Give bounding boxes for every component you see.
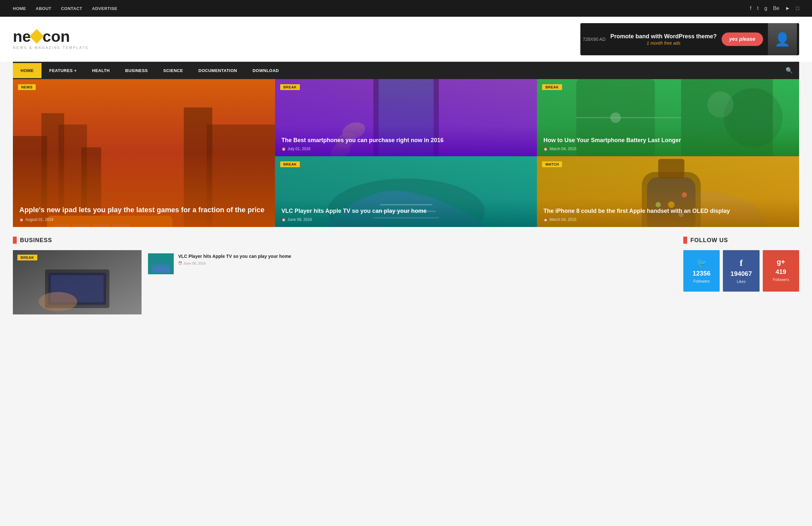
card-1-content: Apple's new ipad lets you play the lates… [13,199,275,227]
main-navigation: HOME FEATURES + HEALTH BUSINESS SCIENCE … [13,62,799,79]
social-icons: f t g Be ► □ [750,5,799,11]
banner-cta-button[interactable]: yes please [722,32,763,46]
nav-advertise[interactable]: ADVERTISE [92,6,117,11]
card-3-title: How to Use Your Smartphone Battery Last … [543,137,793,144]
card-2-content: The Best smartphones you can purchase ri… [275,130,537,156]
business-section: BUSINESS [13,237,674,314]
twitter-label: Followers [693,279,710,284]
hero-grid: NEWS Apple's new ipad lets you play the … [13,79,799,227]
hero-card-5[interactable]: WATCH The iPhone 8 could be the first Ap… [537,156,799,227]
card-4-title: VLC Player hits Apple TV so you can play… [281,207,531,215]
logo-tagline: NEWS & MAGAZINE TEMPLATE [13,46,89,49]
youtube-icon[interactable]: ► [785,5,790,11]
business-main-card-badge: BREAK [17,255,37,260]
nav-item-features[interactable]: FEATURES + [42,63,84,78]
follow-us-section: FOLLOW US 🐦 12356 Followers f 194067 Lik… [683,237,799,314]
follow-section-title: FOLLOW US [691,237,728,244]
business-article-1[interactable]: VLC Player hits Apple TV so you can play… [148,250,674,277]
card-5-date: March 04, 2015 [543,217,793,222]
googleplus-icon: g+ [777,258,785,266]
follow-section-header: FOLLOW US [683,237,799,244]
logo-text: necon [13,29,89,44]
twitter-icon[interactable]: t [757,5,758,11]
card-2-date: July 01, 2016 [281,147,531,151]
site-header: necon NEWS & MAGAZINE TEMPLATE 728X90 AD… [0,17,812,62]
behance-icon[interactable]: Be [773,5,780,11]
card-1-badge: NEWS [18,84,36,90]
nav-item-documentation[interactable]: DOCUMENTATION [191,63,245,78]
facebook-label: Likes [737,280,746,284]
business-section-header: BUSINESS [13,237,674,244]
card-2-title: The Best smartphones you can purchase ri… [281,137,531,144]
card-3-badge: BREAK [542,84,562,90]
banner-person-image: 👤 [768,23,797,55]
card-1-date: August 01, 2016 [19,217,269,222]
card-5-title: The iPhone 8 could be the first Apple ha… [543,207,793,215]
facebook-icon: f [740,258,742,268]
search-icon[interactable]: 🔍 [779,62,799,79]
nav-item-health[interactable]: HEALTH [84,63,117,78]
googleplus-follow-card[interactable]: g+ 419 Followers [763,250,799,291]
follow-grid: 🐦 12356 Followers f 194067 Likes g+ 419 … [683,250,799,291]
nav-item-business[interactable]: BUSINESS [117,63,155,78]
twitter-count: 12356 [693,270,711,277]
twitter-icon: 🐦 [696,258,707,268]
card-4-badge: BREAK [280,161,300,167]
nav-item-download[interactable]: DOWNLOAD [245,63,287,78]
business-section-title: BUSINESS [20,237,52,244]
nav-item-science[interactable]: SCIENCE [156,63,191,78]
banner-advertisement[interactable]: 728X90 AD Promote band with WordPress th… [580,23,799,55]
nav-home[interactable]: HOME [13,6,26,11]
facebook-follow-card[interactable]: f 194067 Likes [723,250,759,291]
top-nav-links: HOME ABOUT CONTACT ADVERTISE [13,6,117,11]
card-3-content: How to Use Your Smartphone Battery Last … [537,130,799,156]
site-logo[interactable]: necon NEWS & MAGAZINE TEMPLATE [13,29,89,49]
business-article-content-1: VLC Player hits Apple TV so you can play… [178,253,674,265]
card-4-content: VLC Player hits Apple TV so you can play… [275,201,537,227]
top-navigation: HOME ABOUT CONTACT ADVERTISE f t g Be ► … [0,0,812,17]
nav-contact[interactable]: CONTACT [61,6,82,11]
hero-card-4[interactable]: BREAK VLC Player hits Apple TV so you ca… [275,156,537,227]
card-1-title: Apple's new ipad lets you play the lates… [19,206,269,215]
business-grid: BREAK VLC Player hits Ap [13,250,674,314]
business-article-date-1: June 08, 2016 [178,261,674,265]
business-article-thumb-1 [148,253,174,274]
card-5-content: The iPhone 8 could be the first Apple ha… [537,201,799,227]
instagram-icon[interactable]: □ [796,5,799,11]
follow-section-bar [683,237,687,244]
twitter-follow-card[interactable]: 🐦 12356 Followers [683,250,720,291]
nav-item-home[interactable]: HOME [13,63,42,78]
nav-about[interactable]: ABOUT [36,6,52,11]
business-articles: VLC Player hits Apple TV so you can play… [148,250,674,314]
svg-point-47 [39,292,77,311]
card-3-date: March 04, 2015 [543,147,793,151]
banner-size-label: 728X90 AD [583,37,606,42]
business-section-bar [13,237,17,244]
card-5-badge: WATCH [542,161,562,167]
googleplus-icon[interactable]: g [764,5,767,11]
business-main-card[interactable]: BREAK [13,250,142,314]
facebook-icon[interactable]: f [750,5,751,11]
hero-card-1[interactable]: NEWS Apple's new ipad lets you play the … [13,79,275,227]
hero-card-2[interactable]: BREAK The Best smartphones you can purch… [275,79,537,156]
card-2-badge: BREAK [280,84,300,90]
banner-text: Promote band with WordPress theme? 1 mon… [610,33,717,45]
hero-card-3[interactable]: BREAK How to Use Your Smartphone Battery… [537,79,799,156]
facebook-count: 194067 [730,270,752,277]
googleplus-label: Followers [773,277,789,282]
business-article-title-1: VLC Player hits Apple TV so you can play… [178,253,674,260]
bottom-section: BUSINESS [13,237,799,314]
card-4-date: June 08, 2016 [281,217,531,222]
googleplus-count: 419 [775,268,786,275]
